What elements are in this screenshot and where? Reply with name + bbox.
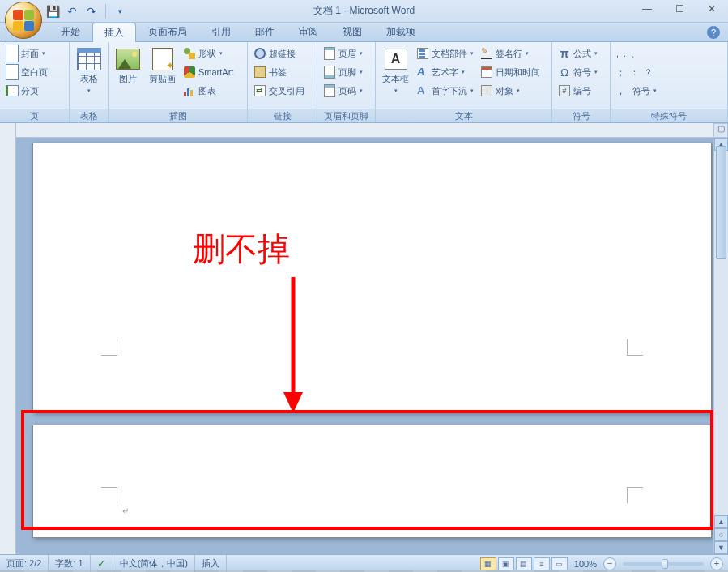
status-right: ▦ ▣ ▤ ≡ ▭ 100% − + <box>480 557 728 570</box>
clipart-button[interactable]: 剪贴画 <box>146 45 179 86</box>
object-button[interactable]: 对象▾ <box>478 82 543 100</box>
table-button[interactable]: 表格▾ <box>73 45 104 97</box>
hyperlink-button[interactable]: 超链接 <box>251 45 307 62</box>
status-mode[interactable]: 插入 <box>195 555 227 572</box>
equation-label: 公式 <box>573 48 591 60</box>
parts-icon <box>416 47 429 60</box>
status-lang-label: 中文(简体，中国) <box>120 557 188 570</box>
object-label: 对象 <box>496 85 513 97</box>
signature-button[interactable]: 签名行▾ <box>478 45 543 62</box>
margin-mark-icon <box>627 339 643 356</box>
undo-icon[interactable]: ↶ <box>65 4 79 19</box>
tab-addins[interactable]: 加载项 <box>374 22 428 41</box>
scroll-thumb[interactable] <box>716 146 726 259</box>
special-more-button[interactable]: ， 符号▾ <box>614 82 659 100</box>
maximize-button[interactable]: ☐ <box>663 0 696 18</box>
tab-review[interactable]: 审阅 <box>287 22 330 41</box>
group-text-label: 文本 <box>376 109 551 122</box>
group-symbols: π公式▾ Ω符号▾ #编号 符号 <box>552 42 611 122</box>
vertical-ruler[interactable] <box>0 123 16 554</box>
textbox-button[interactable]: A文本框▾ <box>379 45 412 97</box>
zoom-value[interactable]: 100% <box>574 559 597 569</box>
dropcap-icon: A <box>416 84 429 97</box>
qat-customize-icon[interactable]: ▾ <box>113 4 127 19</box>
pagenum-button[interactable]: 页码▾ <box>321 82 365 100</box>
status-language[interactable]: 中文(简体，中国) <box>113 555 195 572</box>
view-web-button[interactable]: ▤ <box>516 557 532 570</box>
symbol-label: 符号 <box>573 66 591 79</box>
margin-mark-icon <box>101 339 117 356</box>
dropcap-label: 首字下沉 <box>432 85 467 97</box>
footer-button[interactable]: 页脚▾ <box>321 63 365 81</box>
clipart-label: 剪贴画 <box>149 74 176 84</box>
minimize-button[interactable]: — <box>631 0 663 18</box>
save-icon[interactable]: 💾 <box>45 4 60 19</box>
group-pages: 封面▾ 空白页 分页 页 <box>0 42 70 122</box>
header-button[interactable]: 页眉▾ <box>321 45 365 62</box>
smartart-button[interactable]: SmartArt <box>181 63 236 81</box>
qat-separator <box>105 4 106 19</box>
special-row1[interactable]: ,.、 <box>614 45 659 62</box>
document-scroll[interactable]: ▢ ↵ 删不掉 ▲ ▲ ○ ▼ <box>16 123 728 554</box>
bookmark-button[interactable]: 书签 <box>251 63 307 81</box>
chart-button[interactable]: 图表 <box>181 82 236 100</box>
check-icon: ✓ <box>97 557 106 570</box>
zoom-slider-knob[interactable] <box>662 559 668 569</box>
equation-button[interactable]: π公式▾ <box>556 45 600 62</box>
document-area: ▢ ↵ 删不掉 ▲ ▲ ○ ▼ <box>0 123 728 554</box>
page-break-button[interactable]: 分页 <box>3 82 50 100</box>
blank-page-button[interactable]: 空白页 <box>3 63 50 81</box>
wordart-button[interactable]: A艺术字▾ <box>414 63 476 81</box>
crossref-label: 交叉引用 <box>269 85 304 97</box>
prev-page-button[interactable]: ▲ <box>714 515 728 528</box>
shapes-label: 形状 <box>198 48 216 60</box>
redo-icon[interactable]: ↷ <box>84 4 99 19</box>
wordart-label: 艺术字 <box>432 66 458 79</box>
number-button[interactable]: #编号 <box>556 82 600 100</box>
status-proof[interactable]: ✓ <box>91 555 113 572</box>
picture-button[interactable]: 图片 <box>112 45 144 86</box>
tab-layout[interactable]: 页面布局 <box>136 22 199 41</box>
view-draft-button[interactable]: ▭ <box>551 557 568 570</box>
view-outline-button[interactable]: ≡ <box>534 557 550 570</box>
cover-page-button[interactable]: 封面▾ <box>3 45 50 62</box>
tab-mailings[interactable]: 邮件 <box>243 22 287 41</box>
picture-label: 图片 <box>119 74 137 84</box>
close-button[interactable]: ✕ <box>696 0 728 18</box>
horizontal-ruler[interactable] <box>16 123 728 138</box>
datetime-icon <box>480 66 493 79</box>
page-break-label: 分页 <box>21 85 39 97</box>
browse-object-button[interactable]: ○ <box>714 528 728 541</box>
status-words[interactable]: 字数: 1 <box>49 555 90 572</box>
vertical-scrollbar[interactable]: ▲ ▲ ○ ▼ <box>713 138 728 554</box>
group-headerfooter-label: 页眉和页脚 <box>317 109 375 122</box>
ruler-toggle-button[interactable]: ▢ <box>713 123 728 138</box>
zoom-slider[interactable] <box>623 562 704 566</box>
tab-references[interactable]: 引用 <box>199 22 243 41</box>
dropcap-button[interactable]: A首字下沉▾ <box>414 82 476 100</box>
page-1[interactable] <box>32 143 712 413</box>
footer-icon <box>323 66 336 79</box>
zoom-out-button[interactable]: − <box>603 557 616 570</box>
special-row2[interactable]: ；：？ <box>614 63 659 81</box>
table-icon <box>76 46 102 72</box>
next-page-button[interactable]: ▼ <box>714 541 728 554</box>
symbol-button[interactable]: Ω符号▾ <box>556 63 600 81</box>
status-page[interactable]: 页面: 2/2 <box>0 555 49 572</box>
view-print-layout-button[interactable]: ▦ <box>480 557 496 570</box>
help-icon[interactable]: ? <box>707 26 720 39</box>
smartart-icon <box>183 66 196 79</box>
parts-button[interactable]: 文档部件▾ <box>414 45 476 62</box>
view-fullscreen-button[interactable]: ▣ <box>498 557 514 570</box>
crossref-button[interactable]: 交叉引用 <box>251 82 307 100</box>
office-button[interactable] <box>5 2 42 39</box>
datetime-button[interactable]: 日期和时间 <box>478 63 543 81</box>
tab-view[interactable]: 视图 <box>330 22 374 41</box>
shapes-button[interactable]: 形状▾ <box>181 45 236 62</box>
pagenum-label: 页码 <box>338 85 356 97</box>
crossref-icon <box>253 84 266 97</box>
tab-home[interactable]: 开始 <box>49 22 92 41</box>
zoom-in-button[interactable]: + <box>710 557 723 570</box>
tab-insert[interactable]: 插入 <box>92 23 136 42</box>
picture-icon <box>115 46 141 72</box>
